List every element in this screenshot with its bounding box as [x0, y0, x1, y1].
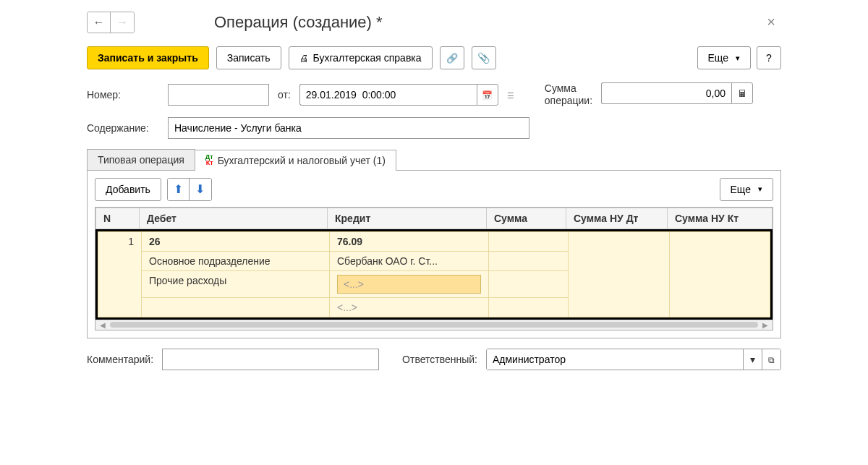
sum-input[interactable]	[601, 82, 731, 104]
sum-label: Суммаоперации:	[545, 82, 592, 107]
cell-credit-subconto1[interactable]: Сбербанк ОАО г. Ст...	[330, 251, 489, 270]
entries-table: N Дебет Кредит Сумма Сумма НУ Дт Сумма Н…	[95, 208, 773, 229]
col-n: N	[96, 208, 140, 229]
col-sum: Сумма	[487, 208, 566, 229]
cell-sum-nu-dt[interactable]	[569, 231, 670, 317]
number-input[interactable]	[168, 84, 269, 106]
move-down-button[interactable]: ⬇	[190, 179, 211, 200]
responsible-label: Ответственный:	[402, 354, 477, 365]
cell-sum-nu-kt[interactable]	[670, 231, 770, 317]
horizontal-scrollbar[interactable]: ◀ ▶	[95, 320, 773, 330]
comment-input[interactable]	[162, 349, 379, 370]
cell-debit-account[interactable]: 26	[142, 231, 330, 251]
content-label: Содержание:	[87, 122, 159, 134]
cell-credit-subconto3[interactable]: <...>	[330, 297, 489, 317]
comment-label: Комментарий:	[87, 354, 153, 365]
structure-button[interactable]	[440, 46, 464, 69]
date-input[interactable]	[299, 84, 477, 106]
responsible-dropdown-button[interactable]: ▾	[743, 349, 762, 370]
attachments-button[interactable]	[472, 46, 496, 69]
print-icon	[299, 52, 309, 64]
responsible-input[interactable]	[487, 349, 743, 370]
list-icon[interactable]	[507, 89, 514, 101]
responsible-open-button[interactable]	[762, 349, 780, 370]
cell-credit-subconto2[interactable]: <...>	[330, 270, 489, 297]
more-button[interactable]: Еще	[697, 46, 752, 69]
attach-icon	[477, 52, 490, 64]
dt-kt-icon: ДтКт	[205, 155, 213, 165]
move-buttons: ⬆ ⬇	[167, 178, 212, 201]
scroll-left-icon[interactable]: ◀	[100, 321, 106, 329]
calendar-button[interactable]	[477, 84, 498, 106]
save-and-close-button[interactable]: Записать и закрыть	[87, 46, 209, 69]
nav-forward-button[interactable]: →	[111, 12, 134, 33]
content-input[interactable]	[168, 117, 529, 139]
cell-credit-account[interactable]: 76.09	[330, 231, 489, 251]
panel-more-button[interactable]: Еще	[720, 178, 774, 201]
nav-back-button[interactable]: ←	[88, 12, 111, 33]
close-button[interactable]: ×	[761, 11, 781, 33]
add-button[interactable]: Добавить	[95, 178, 161, 201]
scroll-right-icon[interactable]: ▶	[762, 321, 768, 329]
move-up-button[interactable]: ⬆	[168, 179, 190, 200]
tab-accounting[interactable]: ДтКт Бухгалтерский и налоговый учет (1)	[195, 150, 396, 171]
report-label: Бухгалтерская справка	[313, 52, 422, 64]
nav-history[interactable]: ← →	[87, 12, 135, 33]
open-icon	[768, 354, 775, 365]
save-button[interactable]: Записать	[216, 46, 281, 69]
accounting-report-button[interactable]: Бухгалтерская справка	[289, 46, 433, 69]
cell-sum[interactable]	[489, 231, 569, 251]
cell-debit-subconto2[interactable]: Прочие расходы	[142, 270, 330, 297]
col-credit: Кредит	[328, 208, 487, 229]
col-sum-nu-dt: Сумма НУ Дт	[566, 208, 668, 229]
col-sum-nu-kt: Сумма НУ Кт	[668, 208, 773, 229]
cell-n[interactable]: 1	[98, 231, 142, 317]
tab-typical-operation[interactable]: Типовая операция	[87, 149, 195, 170]
table-row[interactable]: 1 26 76.09	[98, 231, 770, 251]
scroll-thumb[interactable]	[110, 322, 758, 328]
calendar-icon	[482, 89, 493, 101]
col-debit: Дебет	[140, 208, 328, 229]
tab-accounting-label: Бухгалтерский и налоговый учет (1)	[218, 155, 386, 166]
cell-debit-subconto3[interactable]	[142, 297, 330, 317]
page-title: Операция (создание) *	[214, 13, 383, 32]
date-label: от:	[278, 89, 291, 101]
number-label: Номер:	[87, 89, 159, 101]
help-button[interactable]: ?	[757, 46, 781, 69]
link-icon	[446, 52, 458, 64]
cell-debit-subconto1[interactable]: Основное подразделение	[142, 251, 330, 270]
calculator-icon	[738, 88, 747, 99]
calculator-button[interactable]	[731, 82, 753, 104]
